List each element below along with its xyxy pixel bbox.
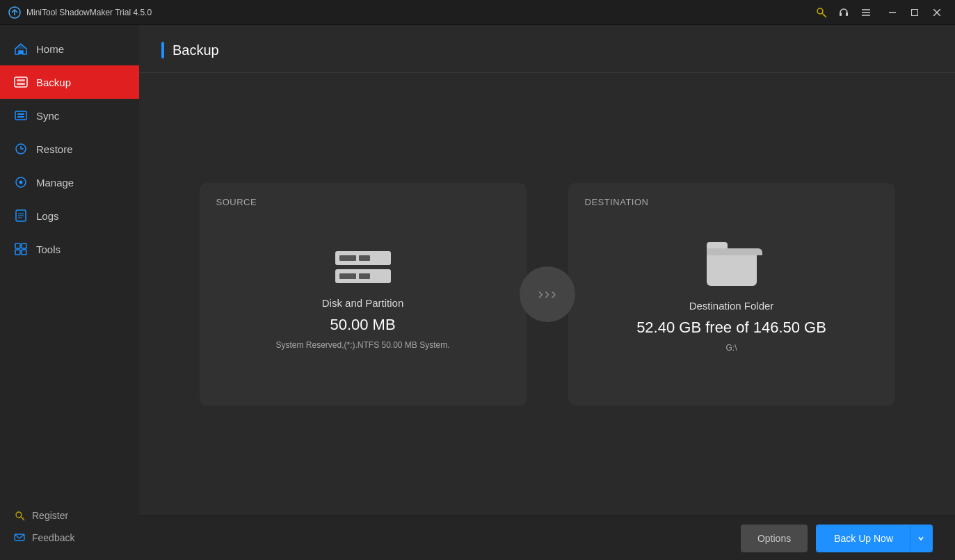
disk-slot-4 [359, 273, 370, 279]
source-icon-area [335, 251, 391, 283]
svg-rect-27 [15, 243, 20, 248]
feedback-label: Feedback [32, 532, 74, 543]
sidebar-item-home[interactable]: Home [0, 32, 139, 65]
home-icon [14, 42, 28, 56]
register-label: Register [32, 510, 68, 521]
manage-icon [14, 175, 28, 189]
minimize-button[interactable] [883, 3, 902, 22]
svg-rect-16 [17, 83, 25, 85]
sidebar-item-logs-label: Logs [36, 210, 59, 222]
svg-rect-10 [912, 9, 918, 15]
disk-row-1 [335, 251, 391, 265]
svg-point-22 [19, 181, 23, 184]
destination-name: Destination Folder [689, 300, 774, 312]
sidebar-item-backup[interactable]: Backup [0, 65, 139, 99]
svg-rect-18 [17, 113, 24, 115]
source-card[interactable]: SOURCE Disk an [200, 183, 527, 406]
sidebar: Home Backup [0, 25, 139, 560]
arrow-connector: › › › [520, 266, 575, 322]
register-item[interactable]: Register [14, 510, 125, 521]
hamburger-icon[interactable] [860, 7, 872, 18]
svg-rect-19 [17, 116, 24, 118]
sidebar-item-tools[interactable]: Tools [0, 232, 139, 266]
destination-icon-area [707, 248, 757, 286]
close-button[interactable] [927, 3, 947, 22]
dropdown-arrow-icon [917, 535, 924, 542]
title-bar: MiniTool ShadowMaker Trial 4.5.0 [0, 0, 955, 25]
sidebar-item-tools-label: Tools [36, 243, 61, 255]
maximize-button[interactable] [905, 3, 924, 22]
svg-rect-13 [19, 51, 23, 54]
destination-detail: G:\ [725, 342, 737, 354]
svg-rect-15 [17, 79, 25, 81]
sidebar-item-manage-label: Manage [36, 177, 74, 189]
app-layout: Home Backup [0, 25, 955, 560]
svg-point-1 [817, 8, 823, 14]
backup-dropdown-button[interactable] [910, 526, 931, 551]
logs-icon [14, 209, 28, 223]
disk-slot-3 [339, 273, 356, 279]
disk-row-2 [335, 269, 391, 283]
page-header: Backup [139, 25, 955, 73]
destination-label: DESTINATION [585, 197, 649, 207]
source-size: 50.00 MB [330, 316, 395, 334]
svg-rect-30 [22, 250, 26, 255]
svg-rect-5 [846, 13, 848, 16]
sidebar-item-manage[interactable]: Manage [0, 166, 139, 199]
restore-icon [14, 142, 28, 156]
svg-rect-4 [840, 13, 842, 16]
sidebar-bottom: Register Feedback [0, 499, 139, 560]
page-title: Backup [172, 42, 219, 58]
sidebar-item-backup-label: Backup [36, 77, 71, 88]
chevron-3: › [551, 285, 556, 303]
folder-open [707, 248, 762, 255]
main-content: Backup SOURCE [139, 25, 955, 560]
source-label: SOURCE [216, 197, 257, 207]
svg-rect-14 [15, 77, 27, 87]
backup-now-button[interactable]: Back Up Now [817, 526, 910, 551]
tools-icon [14, 242, 28, 256]
backup-now-group: Back Up Now [816, 525, 933, 552]
sidebar-item-restore[interactable]: Restore [0, 132, 139, 166]
header-accent [161, 42, 164, 58]
disk-slot-2 [359, 255, 370, 261]
source-name: Disk and Partition [322, 297, 404, 309]
key-icon[interactable] [816, 7, 827, 18]
sidebar-nav: Home Backup [0, 25, 139, 499]
source-detail: System Reserved,(*:).NTFS 50.00 MB Syste… [275, 339, 449, 351]
headset-icon[interactable] [838, 7, 849, 18]
folder-body [707, 248, 757, 286]
feedback-icon [14, 532, 25, 543]
sidebar-item-sync[interactable]: Sync [0, 99, 139, 132]
app-title: MiniTool ShadowMaker Trial 4.5.0 [26, 8, 816, 17]
backup-content: SOURCE Disk an [139, 73, 955, 515]
disk-slot-1 [339, 255, 356, 261]
sidebar-item-sync-label: Sync [36, 110, 59, 122]
sidebar-item-home-label: Home [36, 43, 64, 55]
sync-icon [14, 109, 28, 122]
backup-icon [14, 75, 28, 89]
svg-rect-9 [889, 12, 896, 13]
folder-icon [707, 248, 757, 286]
chevron-2: › [545, 285, 549, 303]
title-bar-icons [816, 7, 872, 18]
destination-card[interactable]: DESTINATION Destination Folder 52.40 GB … [568, 183, 895, 406]
svg-rect-28 [22, 243, 26, 248]
chevron-1: › [538, 285, 543, 303]
bottom-bar: Options Back Up Now [139, 515, 955, 560]
sidebar-item-restore-label: Restore [36, 143, 73, 155]
svg-point-31 [16, 512, 22, 518]
svg-rect-17 [15, 111, 26, 120]
app-logo-icon [8, 6, 21, 19]
window-controls [883, 3, 947, 22]
svg-rect-29 [15, 250, 20, 255]
sidebar-item-logs[interactable]: Logs [0, 199, 139, 232]
backup-cards: SOURCE Disk an [200, 183, 895, 406]
options-button[interactable]: Options [741, 525, 808, 552]
svg-line-33 [22, 518, 24, 519]
feedback-item[interactable]: Feedback [14, 532, 125, 543]
destination-size: 52.40 GB free of 146.50 GB [636, 319, 826, 337]
arrow-chevrons: › › › [538, 285, 556, 303]
disk-icon [335, 251, 391, 283]
register-icon [14, 510, 25, 521]
